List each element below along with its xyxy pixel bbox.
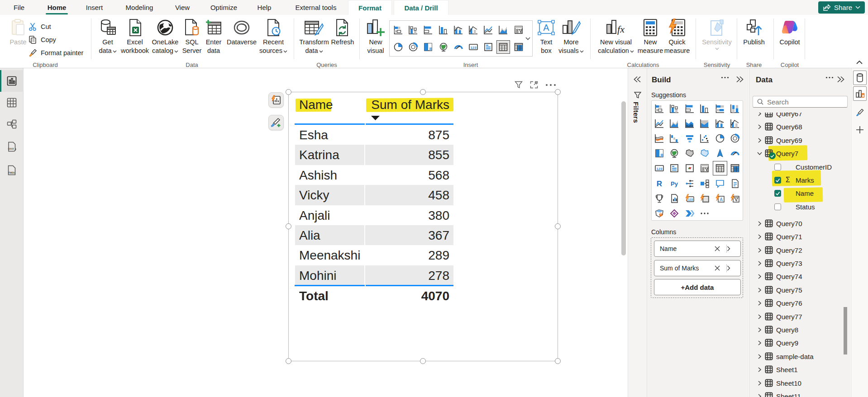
gallery-visual-gauge-icon[interactable] (452, 41, 465, 53)
suggestion-visual-donut-icon[interactable] (728, 132, 742, 145)
gallery-visual-pie-icon[interactable] (392, 41, 405, 53)
ribbon-button-new-visual-calculation[interactable]: fxNew visualcalculation (599, 17, 633, 61)
gallery-visual-col-stacked-icon[interactable] (407, 24, 420, 36)
field-list-item-query71[interactable]: Query71 (749, 230, 844, 243)
chevron-right-icon[interactable] (757, 380, 763, 386)
suggestion-visual-bar-stacked-icon[interactable] (653, 102, 666, 115)
field-options-icon[interactable] (727, 246, 740, 251)
sort-descending-icon[interactable] (371, 115, 380, 121)
suggestion-visual-z-text-icon[interactable]: A (713, 192, 727, 205)
table-cell-name[interactable]: Vicky (299, 188, 329, 203)
table-cell-name[interactable]: Anjali (299, 208, 330, 223)
suggestion-visual-area-stacked-icon[interactable] (683, 117, 696, 130)
chevron-right-icon[interactable] (757, 137, 763, 143)
chevron-right-icon[interactable] (757, 314, 763, 320)
suggestion-visual-z-funnel-icon[interactable] (728, 192, 742, 205)
rail-tmdl-view[interactable]: TMDL (0, 160, 24, 181)
menu-tab-modeling[interactable]: Modeling (119, 0, 160, 15)
strip-add-pane[interactable] (853, 123, 867, 137)
suggestion-visual-waterfall-icon[interactable] (668, 132, 681, 145)
build-more-options-icon[interactable] (721, 76, 729, 79)
visual-resize-handle[interactable] (286, 89, 291, 95)
expand-filters-icon[interactable] (633, 76, 641, 83)
gallery-visual-line-icon[interactable] (482, 24, 495, 36)
ribbon-button-new-visual[interactable]: Newvisual (358, 17, 393, 61)
field-pill-name[interactable]: Name (654, 241, 741, 257)
gallery-visual-combo-line-clustered-icon[interactable] (467, 24, 480, 36)
suggestion-visual-azure-map-icon[interactable] (713, 147, 727, 160)
field-list-item-query77[interactable]: Query77 (749, 310, 844, 323)
suggestion-visual-scatter-icon[interactable] (698, 132, 711, 145)
filters-pane-title[interactable]: Filters (632, 102, 640, 123)
table-column-header-name[interactable]: Name (299, 98, 333, 112)
suggestion-visual-col-stacked-icon[interactable] (668, 102, 681, 115)
field-list-item-query74[interactable]: Query74 (749, 270, 844, 283)
strip-format-pane-toggle[interactable] (853, 105, 867, 120)
suggestion-visual-goals-icon[interactable] (653, 192, 666, 205)
suggestion-visual-combo-line-clustered-icon[interactable] (728, 117, 742, 130)
chevron-right-icon[interactable] (757, 367, 763, 373)
chevron-right-icon[interactable] (757, 124, 763, 130)
gallery-visual-combo-line-stacked-icon[interactable] (452, 24, 465, 36)
field-checkbox[interactable] (774, 190, 781, 197)
table-cell-marks[interactable]: 367 (365, 228, 449, 243)
table-cell-marks[interactable]: 855 (365, 148, 449, 162)
visual-resize-handle[interactable] (286, 223, 291, 229)
gallery-visual-bar-clustered-icon[interactable] (422, 24, 434, 36)
field-list-item-sheet1[interactable]: Sheet1 (749, 363, 844, 376)
suggestion-visual-area-icon[interactable] (668, 117, 681, 130)
chevron-down-icon[interactable] (757, 151, 763, 156)
field-checkbox[interactable] (774, 164, 781, 170)
focus-mode-icon[interactable] (530, 81, 538, 89)
ribbon-button-copy[interactable]: Copy (28, 34, 56, 45)
suggestion-visual-bar-100-icon[interactable] (713, 102, 727, 115)
analyze-visual-button[interactable] (268, 92, 284, 108)
data-pane-scrollbar[interactable] (844, 307, 847, 354)
menu-tab-insert[interactable]: Insert (81, 0, 107, 15)
chevron-right-icon[interactable] (757, 234, 763, 240)
suggestion-visual-powerapps-icon[interactable] (668, 207, 681, 220)
field-list-item-query72[interactable]: Query72 (749, 244, 844, 257)
suggestion-visual-col-100-icon[interactable] (728, 102, 742, 115)
ribbon-button-excel-workbook[interactable]: Excelworkbook (118, 17, 152, 61)
field-list-item-query9[interactable]: Query9 (749, 336, 844, 350)
suggestion-visual-combo-line-stacked-icon[interactable] (713, 117, 727, 130)
ribbon-button-dataverse[interactable]: Dataverse (224, 17, 259, 61)
field-list-item-query68[interactable]: Query68 (749, 120, 844, 133)
menu-tab-view[interactable]: View (171, 0, 194, 15)
suggestion-visual-qa-icon[interactable] (713, 177, 727, 190)
field-list-item-query8[interactable]: Query8 (749, 323, 844, 336)
suggestion-visual-ellipsis-icon[interactable] (698, 207, 711, 220)
suggestion-visual-globe-icon[interactable] (668, 147, 681, 160)
chevron-right-icon[interactable] (757, 393, 763, 397)
visual-resize-handle[interactable] (555, 89, 561, 95)
suggestion-visual-narrative-icon[interactable] (728, 177, 742, 190)
suggestion-visual-line-icon[interactable] (653, 117, 666, 130)
chevron-right-icon[interactable] (757, 327, 763, 333)
rail-dax-query-view[interactable]: DAX (0, 136, 24, 158)
menu-tab-home[interactable]: Home (46, 0, 68, 15)
suggestion-visual-multirow-icon[interactable] (668, 161, 681, 175)
table-column-header-sum-of-marks[interactable]: Sum of Marks (365, 98, 449, 112)
gallery-visual-multirow-icon[interactable] (482, 41, 495, 53)
chevron-right-icon[interactable] (757, 260, 763, 266)
suggestion-visual-map-filled-icon[interactable] (683, 147, 696, 160)
gallery-visual-card123-icon[interactable]: 123 (467, 41, 480, 53)
visual-resize-handle[interactable] (420, 358, 426, 364)
suggestion-visual-paginated-icon[interactable] (668, 192, 681, 205)
chevron-right-icon[interactable] (757, 221, 763, 227)
suggestion-visual-decomp-icon[interactable] (683, 177, 696, 190)
field-options-icon[interactable] (727, 265, 740, 271)
table-cell-name[interactable]: Katrina (299, 148, 339, 162)
table-cell-marks[interactable]: 278 (365, 269, 449, 283)
ribbon-button-more-visuals[interactable]: Morevisuals (554, 17, 588, 61)
suggestion-visual-table-icon[interactable] (713, 161, 727, 175)
data-more-options-icon[interactable] (825, 76, 834, 79)
ribbon-button-refresh[interactable]: Refresh (325, 17, 360, 61)
field-checkbox[interactable] (774, 177, 781, 184)
visual-resize-handle[interactable] (555, 358, 561, 364)
suggestion-visual-matrix-icon[interactable] (728, 161, 742, 175)
menu-tab-file[interactable]: File (9, 0, 29, 15)
gallery-visual-globe-icon[interactable] (437, 41, 450, 53)
rail-model-view[interactable] (0, 113, 24, 135)
